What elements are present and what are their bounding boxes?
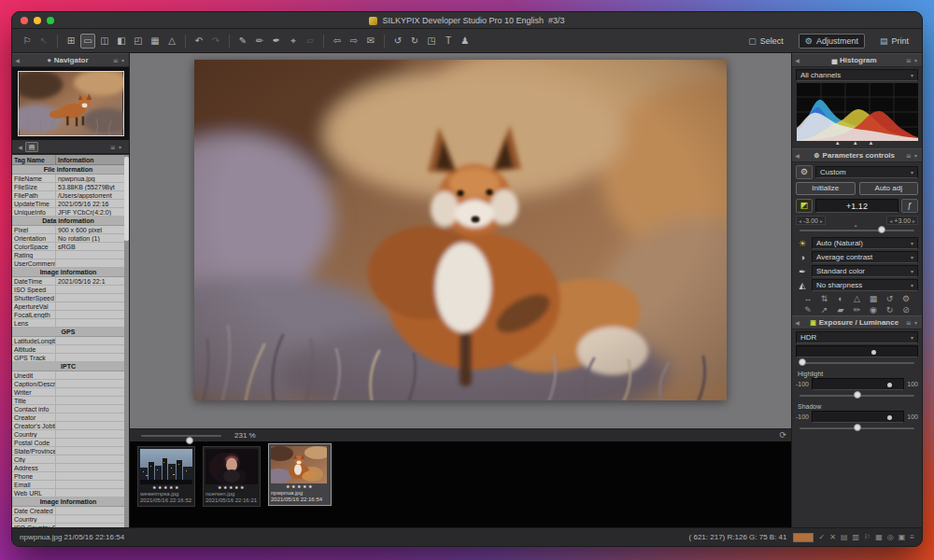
exposure-slider[interactable]: ▪ [796, 225, 918, 235]
rotate-left-icon[interactable]: ↺ [390, 34, 405, 49]
copy-params-icon[interactable]: ▤ [841, 533, 848, 541]
navigator-panel-controls[interactable]: ⊞ ▾ [113, 57, 129, 63]
hdr-value-box[interactable] [796, 345, 918, 357]
tool-icon[interactable]: ⚙ [899, 294, 913, 303]
exposure-bias-icon[interactable]: ◩ [796, 199, 813, 213]
highlight-value-box[interactable] [812, 378, 904, 390]
color-mode-select[interactable]: Standard color▾ [812, 265, 918, 277]
sharpness-select[interactable]: No sharpness▾ [812, 279, 918, 291]
redo-icon[interactable]: ↷ [208, 34, 223, 49]
exposure-min[interactable]: ◂ -3.00 ▸ [796, 216, 826, 225]
filmstrip-thumb-fox-selected[interactable]: ★★★★★ npwpnua.jpg 2021/05/16 22:16:54 [268, 443, 332, 506]
rating-stars[interactable]: ★★★★★ [205, 484, 258, 491]
channel-select[interactable]: All channels ▾ [796, 69, 918, 81]
collapse-exposure-icon[interactable]: ◀ [792, 319, 802, 326]
tool-icon[interactable]: ⊘ [899, 305, 913, 315]
people-tag-icon[interactable]: ♟ [458, 34, 473, 49]
rating-stars[interactable]: ★★★★★ [271, 483, 329, 490]
print-button[interactable]: ▤ Print [874, 35, 914, 48]
confirm-icon[interactable]: ✓ [819, 533, 826, 541]
tool-icon[interactable]: ✏ [851, 305, 864, 315]
parameters-panel-controls[interactable]: ⊞ ▾ [906, 152, 922, 159]
grid-view-icon[interactable]: ⊞ [64, 34, 78, 49]
tool-icon[interactable]: ↺ [884, 294, 897, 303]
tool-icon[interactable]: ◐ [834, 294, 847, 303]
collapse-properties-icon[interactable]: ◀ [15, 144, 25, 150]
prev-image-icon[interactable]: ⇦ [330, 34, 345, 49]
contrast-select[interactable]: Average contrast▾ [812, 251, 918, 263]
tool-icon[interactable]: ▦ [867, 294, 880, 303]
spotting-pen-icon[interactable]: ✏ [252, 34, 267, 49]
crop-tool-icon[interactable]: ◳ [424, 34, 439, 49]
rotate-right-icon[interactable]: ↻ [407, 34, 422, 49]
tool-icon[interactable]: ▰ [834, 305, 847, 315]
main-photo-fox[interactable] [194, 60, 727, 400]
marquee-tool-icon[interactable]: ⌖ [286, 34, 301, 49]
navigator-preview[interactable] [12, 67, 129, 140]
split-view-icon[interactable]: ◧ [114, 34, 129, 49]
filmstrip-thumb-portrait[interactable]: ★★★★★ noersen.jpg 2021/05/16 22:16:21 [203, 446, 261, 507]
reject-icon[interactable]: ✕ [829, 533, 836, 541]
paste-params-icon[interactable]: ▥ [852, 533, 859, 541]
refresh-preview-icon[interactable]: ⟳ [779, 430, 786, 440]
shadow-slider-handle[interactable] [854, 424, 861, 431]
black-point-marker[interactable]: ▲ [835, 140, 841, 146]
hdr-slider-handle[interactable] [799, 358, 806, 366]
target-icon[interactable]: ◎ [887, 533, 894, 541]
mail-icon[interactable]: ✉ [363, 34, 378, 49]
undo-icon[interactable]: ↶ [191, 34, 206, 49]
layers-icon[interactable]: ▣ [899, 533, 906, 541]
tool-icon[interactable]: ◉ [867, 305, 880, 315]
flag-icon[interactable]: ⚐ [864, 533, 870, 541]
text-tool-icon[interactable]: T [441, 34, 456, 49]
hdr-select[interactable]: HDR ▾ [796, 331, 918, 343]
exposure-value-box[interactable]: +1.12 [815, 199, 899, 213]
highlight-slider[interactable] [796, 390, 918, 400]
grid-icon[interactable]: ▦ [875, 533, 883, 541]
histogram-panel-controls[interactable]: ⊞ ▾ [906, 57, 922, 63]
metadata-scrollbar[interactable] [124, 155, 129, 527]
warning-view-icon[interactable]: △ [164, 34, 179, 49]
hdr-slider[interactable] [796, 357, 918, 368]
taste-gear-icon[interactable]: ⚙ [796, 165, 813, 179]
filmstrip-thumb-city[interactable]: ★★★★★ weweirnpsa.jpg 2021/05/16 22:16:52 [137, 446, 195, 507]
brush-pen-icon[interactable]: ✒ [269, 34, 284, 49]
tool-icon[interactable]: ↗ [818, 305, 831, 315]
white-point-marker[interactable]: ▲ [868, 140, 873, 146]
collapse-left-icon[interactable]: ◀ [12, 57, 22, 63]
cursor-tool-icon[interactable]: ↖ [36, 34, 51, 49]
pan-tool-icon[interactable]: ⚐ [20, 34, 35, 49]
collapse-histogram-icon[interactable]: ◀ [792, 57, 802, 63]
image-canvas[interactable] [130, 53, 791, 428]
shadow-value-box[interactable] [812, 411, 904, 423]
zoom-slider[interactable] [141, 435, 221, 437]
menu-icon[interactable]: ≡ [910, 533, 914, 541]
exposure-panel-controls[interactable]: ⊞ ▾ [906, 319, 922, 326]
select-mode-button[interactable]: ▢ Select [743, 35, 789, 48]
tool-icon[interactable]: ⇅ [818, 294, 831, 303]
collapse-parameters-icon[interactable]: ◀ [792, 152, 802, 159]
auto-exposure-icon[interactable]: ƒ [901, 199, 918, 213]
zoom-slider-handle[interactable] [186, 437, 193, 444]
properties-panel-controls[interactable]: ⊞ ▾ [110, 144, 126, 150]
next-image-icon[interactable]: ⇨ [347, 34, 361, 49]
white-balance-select[interactable]: Auto (Natural)▾ [812, 237, 918, 249]
retouch-pen-icon[interactable]: ✎ [235, 34, 250, 49]
initialize-button[interactable]: Initialize [796, 182, 856, 195]
shadow-slider[interactable] [796, 423, 918, 433]
taste-preset-select[interactable]: Custom ▾ [815, 166, 918, 178]
adjustment-mode-button[interactable]: ⚙ Adjustment [799, 34, 865, 49]
table-view-icon[interactable]: ▦ [148, 34, 163, 49]
auto-adjust-button[interactable]: Auto adj [859, 182, 919, 195]
single-view-icon[interactable]: ▭ [80, 34, 95, 49]
tool-icon[interactable]: ↻ [884, 305, 897, 315]
compare-view-icon[interactable]: ◫ [97, 34, 112, 49]
exposure-max[interactable]: ◂ +3.00 ▸ [886, 216, 918, 225]
tool-icon[interactable]: △ [851, 294, 864, 303]
scrollbar-thumb[interactable] [124, 157, 129, 241]
eraser-tool-icon[interactable]: ▱ [303, 34, 318, 49]
exposure-slider-handle[interactable] [878, 226, 885, 233]
fullscreen-view-icon[interactable]: ◰ [131, 34, 146, 49]
mid-point-marker[interactable]: ▲ [853, 140, 858, 146]
tool-icon[interactable]: ✎ [801, 305, 814, 315]
